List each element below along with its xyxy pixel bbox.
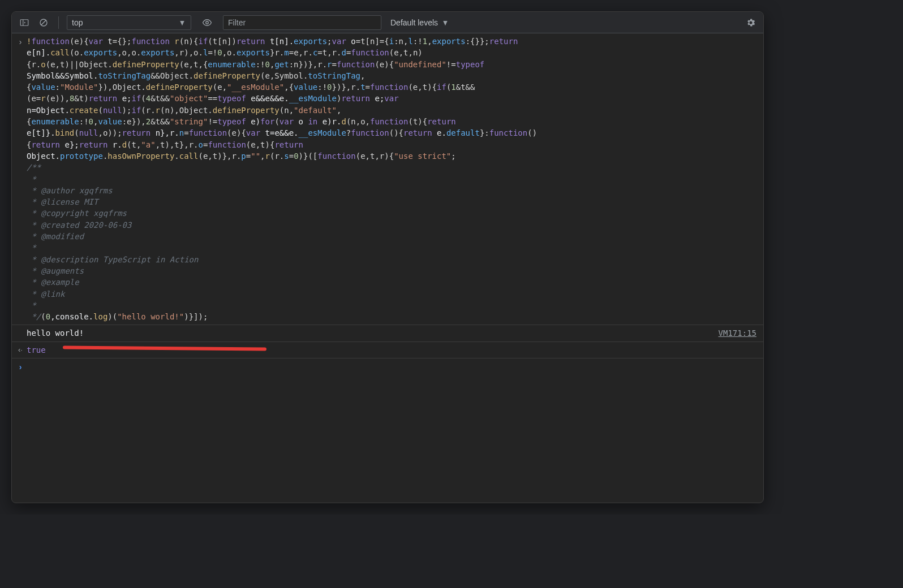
prompt-marker-icon: › bbox=[14, 361, 27, 373]
console-return-row: ‹· true bbox=[12, 342, 763, 358]
console-input-row: › !function(e){var t={};function r(n){if… bbox=[12, 33, 763, 325]
log-message[interactable]: hello world! bbox=[27, 327, 719, 339]
devtools-window: top ▼ Default levels ▼ › !function(e){va… bbox=[11, 11, 764, 503]
log-levels-select[interactable]: Default levels ▼ bbox=[387, 18, 453, 27]
chevron-down-icon: ▼ bbox=[442, 18, 449, 27]
input-marker-icon: › bbox=[14, 36, 27, 47]
filter-input[interactable] bbox=[223, 15, 381, 30]
return-marker-icon: ‹· bbox=[14, 344, 27, 356]
toggle-sidebar-icon[interactable] bbox=[18, 16, 31, 29]
execution-context-select[interactable]: top ▼ bbox=[67, 15, 191, 30]
chevron-down-icon: ▼ bbox=[179, 18, 186, 27]
toolbar-divider bbox=[58, 16, 59, 29]
return-value[interactable]: true bbox=[27, 345, 46, 354]
levels-label: Default levels bbox=[390, 18, 438, 27]
console-log-row: hello world! VM171:15 bbox=[12, 325, 763, 341]
clear-console-icon[interactable] bbox=[37, 16, 50, 29]
svg-point-2 bbox=[206, 21, 209, 24]
console-toolbar: top ▼ Default levels ▼ bbox=[12, 12, 763, 33]
gear-icon[interactable] bbox=[744, 16, 758, 29]
gutter-blank bbox=[14, 327, 27, 328]
console-messages: › !function(e){var t={};function r(n){if… bbox=[12, 33, 763, 503]
console-prompt-row[interactable]: › bbox=[12, 358, 763, 375]
source-link[interactable]: VM171:15 bbox=[719, 327, 759, 339]
context-label: top bbox=[72, 18, 83, 27]
code-text[interactable]: !function(e){var t={};function r(n){if(t… bbox=[27, 36, 759, 322]
live-expression-icon[interactable] bbox=[200, 16, 214, 29]
